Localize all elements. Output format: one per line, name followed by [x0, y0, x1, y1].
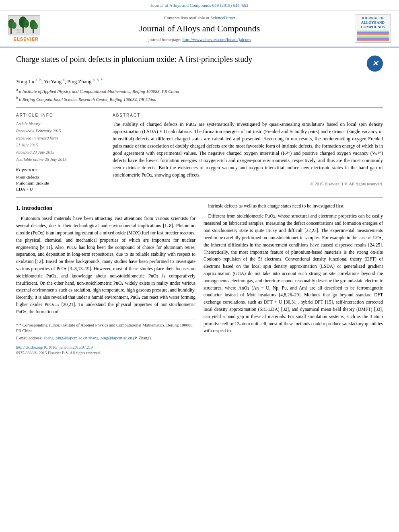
- elsevier-wordmark: ELSEVIER: [8, 36, 44, 42]
- sciencedirect-link[interactable]: ScienceDirect: [210, 15, 235, 20]
- journal-homepage-link[interactable]: http://www.elsevier.com/locate/jalcom: [183, 37, 251, 42]
- author-yong-lu-sup: a, b: [36, 78, 41, 82]
- received-revised-label: Received in revised form: [16, 135, 105, 142]
- abstract-label: ABSTRACT: [113, 113, 383, 118]
- author-yu-yang: Yu Yang: [44, 79, 62, 85]
- journal-citation: Journal of Alloys and Compounds 649 (201…: [151, 3, 249, 8]
- section1-title: 1. Introduction: [16, 204, 195, 212]
- journal-header: ELSEVIER Contents lists available at Sci…: [0, 10, 399, 47]
- side-logo-box: JOURNAL OF ALLOYS AND COMPOUNDS: [355, 14, 391, 43]
- journal-title-block: Contents lists available at ScienceDirec…: [48, 15, 351, 43]
- footnote-email-label: E-mail address:: [16, 336, 43, 340]
- article-info-label: ARTICLE INFO: [16, 113, 105, 118]
- main-right-col: intrinsic defects as well as their charg…: [204, 203, 383, 356]
- elsevier-logo-area: ELSEVIER: [8, 15, 44, 42]
- author-yu-yang-sup: a: [63, 78, 64, 82]
- article-info-abstract: ARTICLE INFO Article history: Received 4…: [16, 113, 383, 193]
- article-title-section: Charge states of point defects in pluton…: [16, 54, 383, 72]
- article-info-box: Article history: Received 4 February 201…: [16, 121, 105, 193]
- keyword-3: LDA + U: [16, 186, 105, 192]
- abstract-col: ABSTRACT The stability of charged defect…: [113, 113, 383, 193]
- accepted-date: Accepted 23 July 2015: [16, 149, 105, 156]
- svg-point-6: [23, 20, 29, 28]
- abstract-paragraph: The stability of charged defects in PuO₂…: [113, 121, 383, 179]
- article-history-label: Article history:: [16, 121, 105, 127]
- issn-line: 0925-8388/© 2015 Elsevier B.V. All right…: [16, 350, 195, 356]
- article-info-col: ARTICLE INFO Article history: Received 4…: [16, 113, 105, 193]
- keyword-2: Plutonium dioxide: [16, 180, 105, 186]
- received-revised-date: 21 July 2015: [16, 142, 105, 148]
- contents-line: Contents lists available at ScienceDirec…: [48, 15, 351, 21]
- elsevier-tree-image: [8, 15, 40, 35]
- side-logo-chart: [357, 31, 389, 41]
- right-para-2: Different from stoichiometric PuO₂, whos…: [204, 213, 383, 335]
- journal-homepage: journal homepage: http://www.elsevier.co…: [48, 37, 351, 43]
- journal-main-title: Journal of Alloys and Compounds: [48, 23, 351, 35]
- doi-line[interactable]: http://dx.doi.org/10.1016/j.jallcom.2015…: [16, 345, 195, 350]
- side-logo-title-text: JOURNAL OF ALLOYS AND COMPOUNDS: [356, 16, 389, 29]
- main-left-col: 1. Introduction Plutonium-based material…: [16, 203, 195, 356]
- divider-2: [16, 197, 383, 198]
- footnote-area: * * Corresponding author. Institute of A…: [16, 320, 195, 341]
- available-date: Available online 26 July 2015: [16, 156, 105, 163]
- intro-para-1: Plutonium-based materials have been attr…: [16, 215, 195, 315]
- footnote-email-person: (P. Zhang).: [133, 336, 152, 340]
- right-body-text: intrinsic defects as well as their charg…: [204, 203, 383, 335]
- footnote-email-line: E-mail address: zhang_ping@iapcm.ac.cn z…: [16, 335, 195, 341]
- copyright-line: © 2015 Elsevier B.V. All rights reserved…: [113, 181, 383, 187]
- svg-point-9: [34, 23, 38, 29]
- crossmark-icon: ✕: [367, 55, 383, 72]
- received-date: Received 4 February 2015: [16, 128, 105, 134]
- affiliation-b: b b Beijing Computational Science Resear…: [16, 95, 383, 103]
- keywords-label: Keywords:: [16, 167, 105, 173]
- footnote-star: *: [16, 323, 19, 327]
- article-body: Charge states of point defects in pluton…: [0, 47, 399, 362]
- footnote-text: * Corresponding author. Institute of App…: [16, 323, 193, 333]
- affiliation-a: a a Institute of Applied Physics and Com…: [16, 87, 383, 94]
- intro-text: Plutonium-based materials have been attr…: [16, 215, 195, 315]
- keywords-section: Keywords: Point defects Plutonium dioxid…: [16, 167, 105, 193]
- footnote-corresponding: * * Corresponding author. Institute of A…: [16, 322, 195, 334]
- main-content: 1. Introduction Plutonium-based material…: [16, 203, 383, 356]
- svg-point-3: [12, 22, 16, 29]
- author-ping-zhang: Ping Zhang: [67, 79, 91, 85]
- article-title: Charge states of point defects in pluton…: [16, 54, 363, 64]
- svg-rect-1: [10, 28, 12, 34]
- journal-citation-bar: Journal of Alloys and Compounds 649 (201…: [0, 0, 399, 10]
- author-yong-lu: Yong Lu: [16, 79, 34, 85]
- abstract-text: The stability of charged defects in PuO₂…: [113, 121, 383, 179]
- divider-1: [16, 107, 383, 108]
- authors-line: Yong Lu a, b, Yu Yang a, Ping Zhang a, b…: [16, 77, 383, 86]
- right-para-1: intrinsic defects as well as their charg…: [204, 203, 383, 210]
- crossmark-logo[interactable]: ✕: [367, 55, 383, 72]
- journal-side-logo: JOURNAL OF ALLOYS AND COMPOUNDS: [355, 14, 391, 43]
- keyword-1: Point defects: [16, 174, 105, 180]
- footnote-email-address[interactable]: zhang_ping@iapcm.ac.cn: [43, 336, 87, 340]
- author-ping-zhang-sup: a, b, *: [93, 78, 103, 82]
- footnote-email-address-link[interactable]: zhang_ping@iapcm.ac.cn: [88, 336, 132, 340]
